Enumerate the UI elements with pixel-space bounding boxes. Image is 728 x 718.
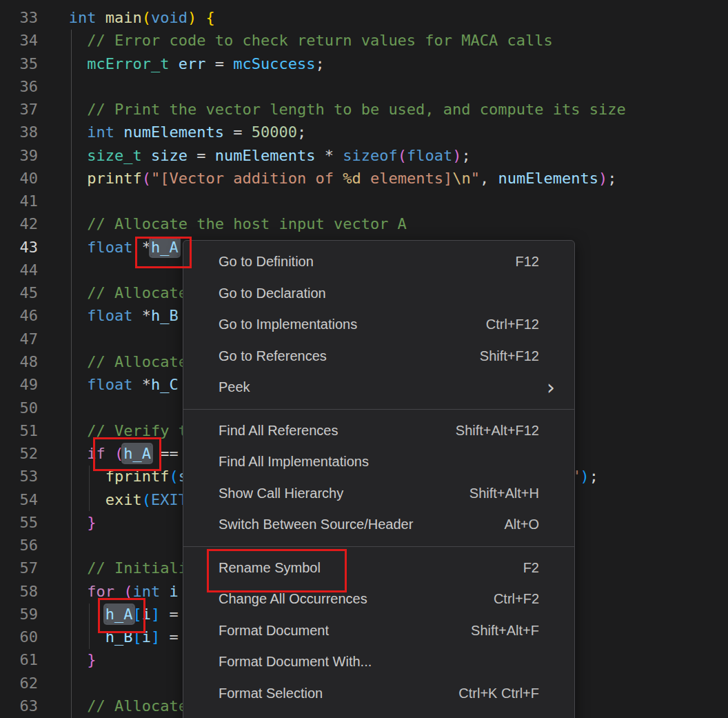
line-number-39[interactable]: 39 (0, 144, 38, 167)
code-text[interactable]: printf("[Vector addition of %d elements]… (69, 167, 617, 190)
menu-item-go-to-definition[interactable]: Go to DefinitionF12 (183, 246, 574, 278)
code-token: for (87, 583, 114, 600)
line-number-42[interactable]: 42 (0, 212, 38, 235)
code-line-40[interactable]: 40 printf("[Vector addition of %d elemen… (0, 167, 626, 190)
code-token (69, 491, 105, 508)
menu-item-format-selection[interactable]: Format SelectionCtrl+K Ctrl+F (183, 678, 574, 710)
code-token: * (133, 307, 152, 324)
submenu-arrow-icon: › (547, 377, 555, 398)
code-text[interactable]: // Error code to check return values for… (69, 29, 553, 52)
line-number-45[interactable]: 45 (0, 281, 38, 304)
line-number-50[interactable]: 50 (0, 397, 38, 419)
menu-item-show-call-hierarchy[interactable]: Show Call HierarchyShift+Alt+H (183, 478, 574, 510)
menu-item-shortcut: F2 (523, 560, 539, 576)
code-token: ( (142, 9, 151, 26)
code-token: ( (142, 491, 151, 508)
code-token: ; (589, 468, 598, 485)
code-text[interactable]: int main(void) { (69, 6, 215, 29)
line-number-34[interactable]: 34 (0, 29, 38, 52)
code-line-41[interactable]: 41 (0, 190, 626, 212)
code-token: \n (452, 170, 471, 187)
code-token: " (471, 170, 480, 187)
code-token: err (179, 55, 206, 72)
line-number-35[interactable]: 35 (0, 52, 38, 75)
code-token: numElements (498, 170, 598, 187)
line-number-63[interactable]: 63 (0, 695, 38, 717)
line-number-37[interactable]: 37 (0, 98, 38, 121)
code-text[interactable]: // Allocate the host input vector A (69, 212, 407, 235)
code-line-35[interactable]: 35 mcError_t err = mcSuccess; (0, 52, 626, 75)
code-text[interactable]: // Print the vector length to be used, a… (69, 98, 626, 121)
code-token: size_t (87, 147, 141, 164)
menu-item-go-to-references[interactable]: Go to ReferencesShift+F12 (183, 341, 574, 372)
code-text[interactable]: size_t size = numElements * sizeof(float… (69, 144, 471, 167)
line-number-59[interactable]: 59 (0, 603, 38, 626)
line-number-61[interactable]: 61 (0, 648, 38, 671)
line-number-53[interactable]: 53 (0, 465, 38, 488)
line-number-54[interactable]: 54 (0, 488, 38, 511)
line-number-38[interactable]: 38 (0, 121, 38, 143)
code-text[interactable]: mcError_t err = mcSuccess; (69, 52, 325, 75)
code-token: ( (123, 583, 132, 600)
menu-item-format-document-with[interactable]: Format Document With... (183, 646, 574, 678)
code-token: int (69, 9, 97, 26)
line-number-43[interactable]: 43 (0, 236, 38, 259)
code-token: ) (452, 147, 461, 164)
line-number-47[interactable]: 47 (0, 328, 38, 350)
line-number-56[interactable]: 56 (0, 534, 38, 557)
code-line-39[interactable]: 39 size_t size = numElements * sizeof(fl… (0, 144, 626, 167)
line-number-44[interactable]: 44 (0, 259, 38, 281)
line-number-49[interactable]: 49 (0, 373, 38, 396)
line-number-48[interactable]: 48 (0, 350, 38, 373)
line-number-52[interactable]: 52 (0, 442, 38, 465)
code-token: ] (151, 628, 160, 646)
code-token: i (170, 583, 179, 600)
code-token: ; (315, 55, 324, 72)
code-token: int (87, 123, 114, 141)
menu-item-switch-between-source-header[interactable]: Switch Between Source/HeaderAlt+O (183, 509, 574, 541)
menu-item-peek[interactable]: Peek› (183, 372, 574, 403)
menu-item-label: Go to Implementations (219, 317, 357, 332)
line-number-40[interactable]: 40 (0, 167, 38, 190)
menu-item-find-all-implementations[interactable]: Find All Implementations (183, 446, 574, 478)
code-token: } (87, 651, 96, 668)
line-number-58[interactable]: 58 (0, 580, 38, 603)
code-text[interactable]: } (69, 511, 97, 534)
menu-item-find-all-references[interactable]: Find All ReferencesShift+Alt+F12 (183, 415, 574, 447)
code-text[interactable]: } (69, 648, 97, 671)
indent-guide (89, 604, 90, 649)
code-token: ; (297, 123, 306, 141)
code-line-33[interactable]: 33int main(void) { (0, 6, 626, 29)
line-number-55[interactable]: 55 (0, 511, 38, 534)
code-token (97, 9, 105, 26)
menu-item-format-document[interactable]: Format DocumentShift+Alt+F (183, 615, 574, 647)
line-number-33[interactable]: 33 (0, 6, 38, 29)
line-number-36[interactable]: 36 (0, 75, 38, 98)
code-token: float (87, 376, 132, 393)
menu-item-shortcut: Ctrl+F2 (494, 591, 539, 607)
code-line-38[interactable]: 38 int numElements = 50000; (0, 121, 626, 143)
code-line-36[interactable]: 36 (0, 75, 626, 98)
menu-item-go-to-declaration[interactable]: Go to Declaration (183, 278, 574, 310)
code-text[interactable]: int numElements = 50000; (69, 121, 306, 143)
line-number-62[interactable]: 62 (0, 672, 38, 695)
code-token (196, 9, 205, 26)
line-number-51[interactable]: 51 (0, 419, 38, 442)
code-token: ) (598, 170, 607, 187)
menu-item-go-to-implementations[interactable]: Go to ImplementationsCtrl+F12 (183, 309, 574, 341)
code-token: sizeof (343, 147, 397, 164)
code-token: float (87, 239, 132, 256)
code-token: ; (607, 170, 616, 187)
code-line-37[interactable]: 37 // Print the vector length to be used… (0, 98, 626, 121)
code-line-42[interactable]: 42 // Allocate the host input vector A (0, 212, 626, 235)
code-token: { (206, 9, 215, 26)
indent-guide (71, 30, 72, 718)
line-number-46[interactable]: 46 (0, 304, 38, 327)
line-number-41[interactable]: 41 (0, 190, 38, 212)
line-number-60[interactable]: 60 (0, 626, 38, 648)
menu-item-label: Format Document With... (219, 654, 372, 670)
code-line-34[interactable]: 34 // Error code to check return values … (0, 29, 626, 52)
code-token: mcSuccess (233, 55, 315, 72)
code-token: * (133, 376, 152, 393)
line-number-57[interactable]: 57 (0, 557, 38, 579)
